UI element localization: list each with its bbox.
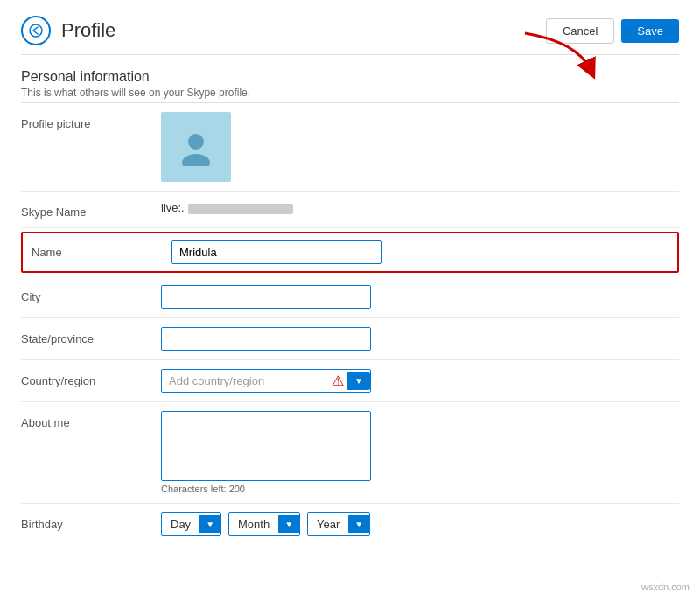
birthday-day-arrow: ▼: [200, 515, 220, 533]
skype-name-label: Skype Name: [21, 200, 161, 219]
country-warning-icon: ⚠: [328, 373, 347, 389]
city-input[interactable]: [161, 285, 371, 309]
profile-picture-control: [161, 112, 679, 182]
state-control: [161, 327, 679, 351]
profile-picture-label: Profile picture: [21, 112, 161, 130]
section-title: Personal information: [21, 69, 679, 85]
state-row: State/province: [21, 318, 679, 360]
city-control: [161, 285, 679, 309]
svg-point-1: [30, 24, 42, 37]
header-actions: Cancel Save: [546, 18, 679, 44]
profile-picture-row: Profile picture: [21, 103, 679, 192]
birthday-year-arrow: ▼: [348, 515, 369, 533]
name-control: [172, 240, 668, 264]
about-label: About me: [21, 411, 161, 429]
form-area: Profile picture Skype Name live:. Name C…: [0, 103, 700, 545]
city-row: City: [21, 276, 679, 318]
skype-name-control: live:.: [161, 200, 679, 214]
chars-left: Characters left: 200: [161, 484, 679, 494]
state-input[interactable]: [161, 327, 371, 351]
state-label: State/province: [21, 327, 161, 345]
back-button[interactable]: [21, 16, 51, 45]
country-control: Add country/region ⚠ ▼: [161, 369, 679, 393]
country-dropdown-arrow: ▼: [347, 372, 370, 390]
svg-point-2: [188, 134, 204, 150]
person-icon: [177, 128, 215, 166]
birthday-month-select[interactable]: Month ▼: [228, 512, 300, 536]
birthday-row: Birthday Day ▼ Month ▼ Year ▼: [21, 504, 679, 545]
birthday-day-text: Day: [162, 513, 200, 535]
birthday-control: Day ▼ Month ▼ Year ▼: [161, 512, 679, 536]
section-header: Personal information This is what others…: [0, 55, 700, 102]
country-row: Country/region Add country/region ⚠ ▼: [21, 360, 679, 402]
birthday-selects: Day ▼ Month ▼ Year ▼: [161, 512, 679, 536]
header: Profile Cancel Save: [0, 0, 700, 54]
skype-name-value: live:.: [161, 196, 293, 214]
country-select[interactable]: Add country/region ⚠ ▼: [161, 369, 371, 393]
page-title: Profile: [61, 19, 546, 42]
section-subtitle: This is what others will see on your Sky…: [21, 87, 679, 99]
name-row: Name: [21, 232, 679, 273]
skype-name-blurred: [188, 204, 293, 214]
birthday-day-select[interactable]: Day ▼: [161, 512, 221, 536]
watermark: wsxdn.com: [641, 582, 690, 592]
svg-point-3: [182, 154, 210, 166]
country-label: Country/region: [21, 369, 161, 387]
about-row: About me Characters left: 200: [21, 402, 679, 504]
country-placeholder: Add country/region: [162, 370, 328, 392]
birthday-year-text: Year: [308, 513, 348, 535]
birthday-month-text: Month: [229, 513, 278, 535]
city-label: City: [21, 285, 161, 303]
name-input[interactable]: [172, 240, 382, 264]
skype-name-row: Skype Name live:.: [21, 192, 679, 228]
birthday-year-select[interactable]: Year ▼: [307, 512, 370, 536]
cancel-button[interactable]: Cancel: [546, 18, 614, 44]
birthday-label: Birthday: [21, 512, 161, 531]
name-label: Name: [32, 240, 172, 259]
about-input[interactable]: [161, 411, 371, 481]
birthday-month-arrow: ▼: [278, 515, 299, 533]
profile-picture[interactable]: [161, 112, 231, 182]
about-control: Characters left: 200: [161, 411, 679, 494]
save-button[interactable]: Save: [621, 19, 679, 43]
